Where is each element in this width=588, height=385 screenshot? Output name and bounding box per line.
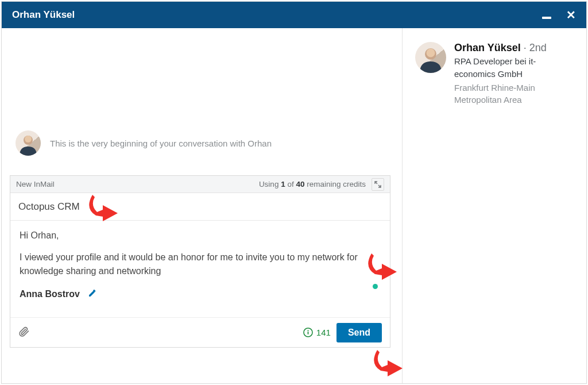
profile-location: Frankfurt Rhine-Main Metropolitan Area	[454, 82, 574, 107]
subject-input[interactable]: Octopus CRM	[18, 201, 382, 213]
avatar	[16, 130, 41, 156]
subject-row[interactable]: Octopus CRM	[10, 193, 390, 221]
profile-info: Orhan Yüksel · 2nd RPA Developer bei it-…	[454, 42, 574, 106]
profile-title: RPA Developer bei it-economics GmbH	[454, 55, 574, 80]
footer-right: 141 Send	[303, 323, 382, 342]
svg-point-1	[25, 136, 32, 143]
conversation-start-text: This is the very beginning of your conve…	[50, 138, 272, 148]
conversation-start: This is the very beginning of your conve…	[16, 130, 272, 156]
attach-icon[interactable]	[18, 326, 30, 340]
compose-header: New InMail Using 1 of 40 remaining credi…	[10, 176, 390, 193]
svg-point-6	[427, 49, 435, 57]
svg-point-3	[307, 330, 308, 331]
message-body-input[interactable]: Hi Orhan, I viewed your profile and it w…	[10, 221, 390, 283]
credits-info: Using 1 of 40 remaining credits	[259, 178, 384, 191]
credits-total: 40	[296, 180, 304, 188]
signature-row: Anna Bostrov	[10, 283, 390, 303]
profile-sidebar: Orhan Yüksel · 2nd RPA Developer bei it-…	[403, 28, 586, 383]
svg-rect-4	[307, 332, 308, 334]
greeting-line: Hi Orhan,	[20, 229, 381, 242]
send-button[interactable]: Send	[336, 323, 382, 342]
grammar-indicator-icon	[373, 284, 378, 289]
message-text: I viewed your profile and it would be an…	[20, 251, 364, 278]
char-count-value: 141	[316, 328, 331, 337]
credits-used: 1	[281, 180, 285, 188]
edit-signature-icon[interactable]	[88, 288, 97, 300]
titlebar-name: Orhan Yüksel	[12, 9, 75, 21]
signature-name: Anna Bostrov	[20, 289, 80, 299]
avatar	[415, 42, 446, 73]
profile-card[interactable]: Orhan Yüksel · 2nd RPA Developer bei it-…	[415, 42, 574, 106]
titlebar: Orhan Yüksel ✕	[2, 2, 586, 28]
window-actions: ✕	[542, 9, 576, 21]
compose-header-label: New InMail	[16, 180, 55, 188]
info-icon	[303, 328, 313, 337]
conversation-pane: This is the very beginning of your conve…	[2, 28, 403, 383]
profile-name-line: Orhan Yüksel · 2nd	[454, 42, 574, 54]
close-icon[interactable]: ✕	[566, 9, 576, 21]
window-body: This is the very beginning of your conve…	[2, 28, 586, 383]
compose-footer: 141 Send	[10, 317, 390, 347]
compose-box: New InMail Using 1 of 40 remaining credi…	[10, 175, 390, 348]
chat-window: Orhan Yüksel ✕ This is the very beginnin…	[1, 1, 587, 384]
profile-name: Orhan Yüksel	[454, 42, 521, 53]
char-count: 141	[303, 328, 331, 337]
minimize-icon[interactable]	[542, 17, 551, 19]
connection-degree: · 2nd	[524, 42, 547, 53]
expand-icon[interactable]	[372, 178, 384, 191]
